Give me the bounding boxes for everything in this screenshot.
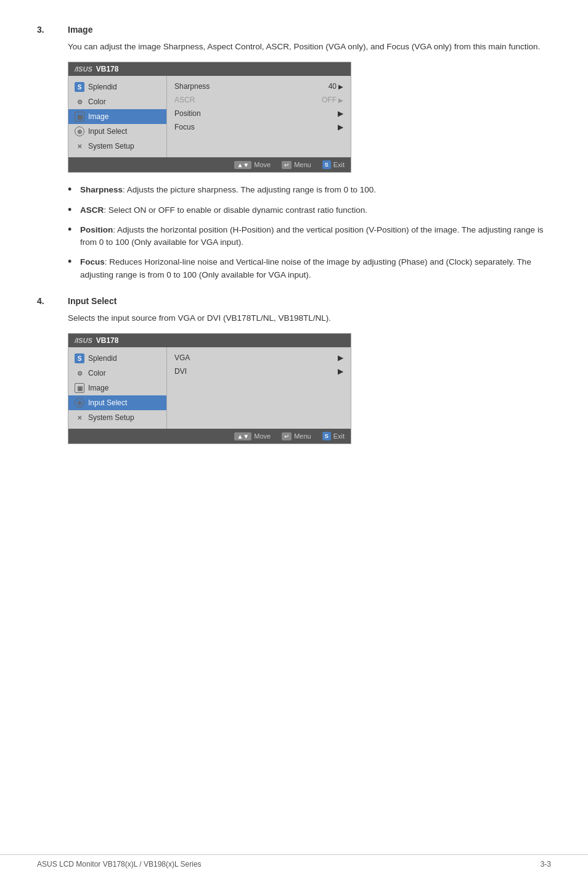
osd4-row-vga: VGA ▶ bbox=[173, 351, 345, 365]
section-4-desc: Selects the input source from VGA or DVI… bbox=[68, 312, 551, 324]
osd4-item-system: ✕ System Setup bbox=[68, 410, 166, 425]
vga-arrow: ▶ bbox=[338, 353, 343, 362]
osd-content: S Splendid ⚙ Color ▣ Image ⊕ bbox=[68, 76, 351, 157]
focus-arrow: ▶ bbox=[338, 123, 343, 131]
section-4: 4. Input Select Selects the input source… bbox=[37, 296, 551, 444]
term-focus: Focus bbox=[80, 257, 105, 266]
image-icon: ▣ bbox=[75, 112, 84, 122]
osd4-item-splendid: S Splendid bbox=[68, 351, 166, 366]
osd-model: VB178 bbox=[96, 65, 119, 73]
sharpness-value: 40 ▶ bbox=[329, 82, 343, 91]
osd-item-system: ✕ System Setup bbox=[68, 139, 166, 154]
ascr-value: OFF ▶ bbox=[322, 96, 343, 104]
ascr-number: OFF bbox=[322, 96, 337, 104]
osd-4-content: S Splendid ⚙ Color ▣ Image ⊕ Input Sele bbox=[68, 347, 351, 429]
footer4-exit: S Exit bbox=[322, 432, 345, 440]
system-icon: ✕ bbox=[75, 141, 84, 151]
osd-left-menu: S Splendid ⚙ Color ▣ Image ⊕ bbox=[68, 76, 167, 157]
osd-row-sharpness: Sharpness 40 ▶ bbox=[173, 80, 345, 93]
osd-row-focus: Focus ▶ bbox=[173, 120, 345, 134]
term-sharpness: Sharpness bbox=[80, 185, 123, 194]
position-label: Position bbox=[174, 109, 201, 118]
osd-4-header: /ISUS VB178 bbox=[68, 334, 351, 347]
section-4-title: Input Select bbox=[68, 296, 116, 306]
dvi-label: DVI bbox=[174, 367, 187, 376]
section-4-body: Selects the input source from VGA or DVI… bbox=[68, 312, 551, 444]
exit-label: Exit bbox=[333, 161, 345, 168]
input-label-4: Input Select bbox=[88, 398, 127, 407]
bullet-sharpness: • Sharpness: Adjusts the picture sharpne… bbox=[68, 184, 551, 196]
section-3-bullets: • Sharpness: Adjusts the picture sharpne… bbox=[68, 184, 551, 281]
bullet-focus-text: Focus: Reduces Horizonal-line noise and … bbox=[80, 256, 551, 281]
bullet-dot-3: • bbox=[68, 224, 73, 249]
page-footer: ASUS LCD Monitor VB178(x)L / VB198(x)L S… bbox=[0, 854, 588, 868]
color-icon-4: ⚙ bbox=[75, 368, 84, 378]
color-label: Color bbox=[88, 97, 106, 106]
sharpness-arrow: ▶ bbox=[338, 83, 343, 90]
move-label-4: Move bbox=[254, 432, 271, 440]
bullet-focus: • Focus: Reduces Horizonal-line noise an… bbox=[68, 256, 551, 281]
osd-header: /ISUS VB178 bbox=[68, 62, 351, 76]
ascr-arrow: ▶ bbox=[338, 97, 343, 104]
vga-label: VGA bbox=[174, 353, 190, 362]
input-icon: ⊕ bbox=[75, 126, 84, 136]
section-3-desc: You can adjust the image Sharpness, Aspe… bbox=[68, 41, 551, 53]
osd-item-color: ⚙ Color bbox=[68, 94, 166, 109]
asus-logo-4: /ISUS bbox=[75, 337, 92, 344]
move-label: Move bbox=[254, 161, 271, 168]
osd-4-right-panel: VGA ▶ DVI ▶ bbox=[167, 347, 351, 429]
section-3: 3. Image You can adjust the image Sharpn… bbox=[37, 25, 551, 281]
color-label-4: Color bbox=[88, 369, 106, 377]
dvi-arrow: ▶ bbox=[338, 367, 343, 376]
footer-move: ▲▼ Move bbox=[234, 161, 271, 169]
osd4-item-color: ⚙ Color bbox=[68, 366, 166, 381]
ascr-label: ASCR bbox=[174, 96, 195, 104]
menu-label: Menu bbox=[294, 161, 311, 168]
move-icon: ▲▼ bbox=[234, 161, 251, 169]
sharpness-label: Sharpness bbox=[174, 82, 210, 91]
splendid-label: Splendid bbox=[88, 83, 117, 91]
bullet-dot-2: • bbox=[68, 204, 73, 217]
splendid-icon: S bbox=[75, 82, 84, 92]
image-icon-4: ▣ bbox=[75, 383, 84, 393]
sharpness-number: 40 bbox=[329, 82, 337, 91]
bullet-dot-4: • bbox=[68, 256, 73, 281]
term-ascr: ASCR bbox=[80, 205, 104, 215]
osd4-item-input: ⊕ Input Select bbox=[68, 395, 166, 410]
exit-s-icon: S bbox=[322, 160, 331, 169]
menu-icon-4: ↵ bbox=[282, 432, 292, 440]
osd4-row-dvi: DVI ▶ bbox=[173, 365, 345, 378]
system-label: System Setup bbox=[88, 142, 134, 151]
input-icon-4: ⊕ bbox=[75, 398, 84, 408]
term-position: Position bbox=[80, 225, 113, 234]
footer4-menu: ↵ Menu bbox=[282, 432, 311, 440]
section-3-body: You can adjust the image Sharpness, Aspe… bbox=[68, 41, 551, 281]
focus-label: Focus bbox=[174, 123, 195, 131]
exit-label-4: Exit bbox=[333, 432, 345, 440]
osd-row-ascr: ASCR OFF ▶ bbox=[173, 93, 345, 107]
osd4-item-image: ▣ Image bbox=[68, 381, 166, 395]
image-label: Image bbox=[88, 112, 108, 121]
bullet-ascr: • ASCR: Select ON or OFF to enable or di… bbox=[68, 204, 551, 217]
section-4-number: 4. bbox=[37, 296, 55, 306]
system-label-4: System Setup bbox=[88, 413, 134, 422]
footer4-move: ▲▼ Move bbox=[234, 432, 271, 440]
menu-icon: ↵ bbox=[282, 161, 292, 169]
menu-label-4: Menu bbox=[294, 432, 311, 440]
section-3-title: Image bbox=[68, 25, 92, 35]
osd-item-input: ⊕ Input Select bbox=[68, 124, 166, 139]
osd-row-position: Position ▶ bbox=[173, 107, 345, 120]
asus-logo: /ISUS bbox=[75, 65, 92, 73]
color-icon: ⚙ bbox=[75, 97, 84, 107]
input-label: Input Select bbox=[88, 127, 127, 136]
move-icon-4: ▲▼ bbox=[234, 432, 251, 440]
position-arrow: ▶ bbox=[338, 109, 343, 118]
section-3-number: 3. bbox=[37, 25, 55, 35]
bullet-dot-1: • bbox=[68, 184, 73, 196]
osd-input-menu: /ISUS VB178 S Splendid ⚙ Color ▣ Image bbox=[68, 333, 351, 444]
footer-exit: S Exit bbox=[322, 160, 345, 169]
osd-4-footer: ▲▼ Move ↵ Menu S Exit bbox=[68, 429, 351, 444]
footer-right-text: 3-3 bbox=[541, 860, 551, 868]
exit-s-icon-4: S bbox=[322, 432, 331, 440]
osd-right-panel: Sharpness 40 ▶ ASCR OFF ▶ bbox=[167, 76, 351, 157]
